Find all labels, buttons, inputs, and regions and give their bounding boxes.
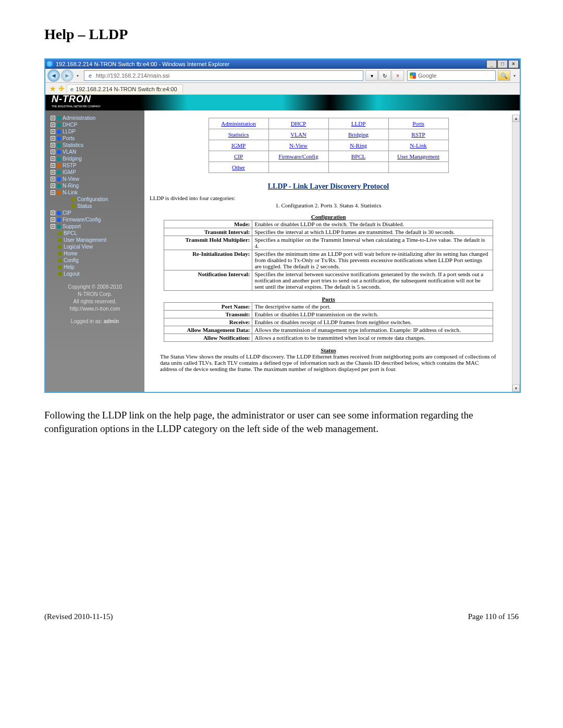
sidebar-item[interactable]: +VLAN: [51, 149, 144, 155]
sidebar-item[interactable]: Help: [51, 264, 144, 270]
expand-icon[interactable]: +: [51, 150, 55, 154]
sidebar-item[interactable]: Home: [51, 250, 144, 257]
expand-icon[interactable]: +: [51, 122, 55, 127]
scroll-up[interactable]: ▲: [512, 115, 520, 122]
forward-button[interactable]: ►: [61, 69, 74, 82]
sidebar-item[interactable]: +Firmware/Config: [51, 216, 144, 223]
sidebar-item[interactable]: Configuration: [51, 196, 144, 203]
browser-tab[interactable]: e 192.168.2.214 N-TRON Switch fb:e4:00: [67, 84, 183, 93]
help-link[interactable]: CIP: [234, 153, 243, 159]
sidebar-item[interactable]: BPCL: [51, 230, 144, 237]
def-value: Enables or disables LLDP transmission on…: [252, 311, 493, 318]
back-button[interactable]: ◄: [47, 69, 60, 82]
bullet-icon: [57, 218, 61, 222]
sidebar-item-label: Logout: [64, 271, 80, 277]
sidebar-item[interactable]: +N-View: [51, 176, 144, 182]
expand-icon[interactable]: +: [51, 170, 55, 175]
help-intro: LLDP is divided into four categories:: [150, 195, 507, 201]
address-bar[interactable]: e http://192.168.2.214/main.ssi: [84, 70, 363, 81]
sidebar-item[interactable]: +DHCP: [51, 121, 144, 128]
help-link[interactable]: N-Link: [410, 142, 426, 149]
help-link[interactable]: Bridging: [348, 131, 369, 138]
expand-icon[interactable]: +: [51, 143, 55, 147]
favorites-icon[interactable]: ★: [50, 84, 56, 93]
titlebar: 192.168.2.214 N-TRON Switch fb:e4:00 - W…: [45, 59, 520, 69]
def-key: Allow Notification:: [164, 334, 252, 342]
scrollbar[interactable]: ▲ ▼: [512, 115, 520, 392]
close-button[interactable]: ×: [508, 60, 519, 68]
url-dropdown[interactable]: ▾: [365, 70, 378, 81]
sidebar-item[interactable]: +IGMP: [51, 169, 144, 176]
scroll-down[interactable]: ▼: [512, 385, 520, 392]
expand-icon[interactable]: +: [51, 211, 55, 215]
main-panel: AdministrationDHCPLLDPPortsStatisticsVLA…: [144, 95, 520, 392]
stop-button[interactable]: ×: [391, 70, 404, 81]
help-link[interactable]: N-View: [289, 142, 308, 149]
sidebar-item[interactable]: Logical View: [51, 243, 144, 250]
help-link[interactable]: IGMP: [231, 142, 246, 149]
bullet-icon: [71, 204, 76, 208]
sidebar-item[interactable]: −N-Link: [51, 189, 144, 196]
help-link[interactable]: VLAN: [290, 131, 307, 138]
sidebar-item[interactable]: +Administration: [51, 115, 144, 121]
def-key: Re-Initialization Delay:: [164, 250, 252, 270]
bullet-icon: [57, 211, 61, 215]
expand-icon[interactable]: +: [51, 163, 55, 168]
help-link[interactable]: Firmware/Config: [278, 153, 318, 159]
expand-icon[interactable]: +: [51, 217, 55, 222]
help-link[interactable]: LLDP: [351, 120, 366, 127]
sidebar-item[interactable]: Config: [51, 257, 144, 264]
expand-icon[interactable]: +: [51, 156, 55, 161]
ntron-logo: N-TRON THE INDUSTRIAL NETWORK COMPANY: [52, 95, 101, 110]
sidebar-item[interactable]: +Ports: [51, 135, 144, 142]
body-paragraph: Following the LLDP link on the help page…: [44, 409, 519, 435]
sidebar-item[interactable]: +Support: [51, 223, 144, 230]
add-favorite-icon[interactable]: ✚: [58, 84, 65, 93]
sidebar-item[interactable]: +Statistics: [51, 142, 144, 149]
search-button[interactable]: 🔍: [498, 70, 510, 81]
minimize-button[interactable]: _: [486, 60, 497, 68]
sidebar-item[interactable]: +RSTP: [51, 162, 144, 169]
bullet-icon: [57, 143, 61, 147]
expand-icon[interactable]: +: [51, 177, 55, 181]
refresh-button[interactable]: ↻: [378, 70, 391, 81]
def-value: Specifies the interval between successiv…: [252, 270, 493, 291]
help-link[interactable]: BPCL: [351, 153, 366, 159]
help-link[interactable]: Administration: [221, 120, 256, 127]
expand-icon[interactable]: +: [51, 224, 55, 229]
sidebar-item[interactable]: +CIP: [51, 209, 144, 216]
search-box[interactable]: Google: [407, 70, 496, 81]
sidebar-item-label: N-Ring: [63, 183, 79, 189]
bullet-icon: [57, 123, 61, 127]
help-link[interactable]: Statistics: [228, 131, 249, 138]
bullet-icon: [71, 198, 76, 202]
expand-icon[interactable]: +: [51, 129, 55, 134]
maximize-button[interactable]: □: [497, 60, 508, 68]
sidebar-item[interactable]: +N-Ring: [51, 182, 144, 189]
help-link[interactable]: Other: [232, 164, 245, 170]
sidebar-item[interactable]: +Bridging: [51, 155, 144, 162]
bullet-icon: [57, 150, 61, 154]
help-link[interactable]: User Management: [397, 153, 439, 159]
help-link[interactable]: RSTP: [411, 131, 425, 138]
sidebar-item[interactable]: Status: [51, 203, 144, 209]
def-key: Transmit:: [164, 311, 252, 318]
sidebar-item[interactable]: Logout: [51, 270, 144, 277]
def-value: Specifies the interval at which LLDP fra…: [252, 228, 493, 236]
sidebar-item[interactable]: +LLDP: [51, 128, 144, 135]
def-value: Allows the transmission of management ty…: [252, 326, 493, 334]
history-dropdown[interactable]: ▾: [75, 72, 81, 79]
search-placeholder: Google: [418, 72, 436, 79]
help-link[interactable]: N-Ring: [350, 142, 367, 149]
expand-icon[interactable]: +: [51, 183, 55, 188]
help-link[interactable]: Ports: [412, 120, 424, 127]
def-key: Transmit Hold Multiplier:: [164, 236, 252, 250]
sidebar-item[interactable]: User Management: [51, 237, 144, 243]
expand-icon[interactable]: +: [51, 116, 55, 120]
expand-icon[interactable]: +: [51, 136, 55, 141]
expand-icon[interactable]: −: [51, 190, 55, 195]
ie-icon: [46, 61, 54, 67]
help-link[interactable]: DHCP: [291, 120, 306, 127]
sidebar-item-label: Administration: [63, 115, 95, 121]
search-dropdown[interactable]: ▾: [511, 72, 518, 79]
